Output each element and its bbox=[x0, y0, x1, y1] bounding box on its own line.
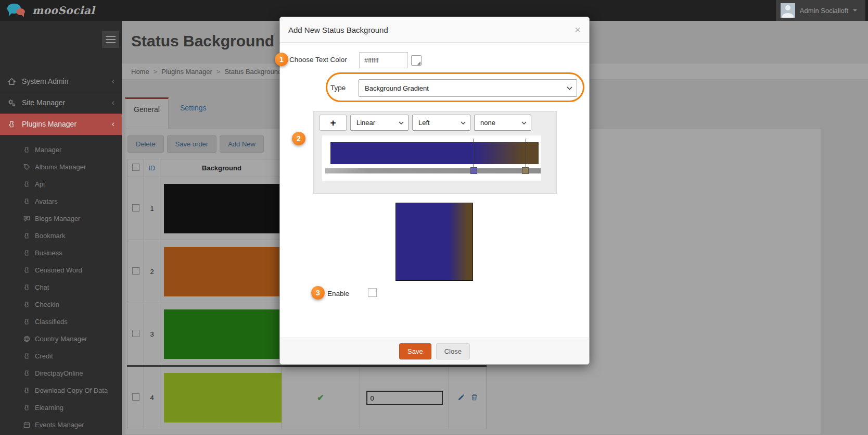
sidebar-subitem-events-manager[interactable]: Events Manager bbox=[0, 416, 122, 433]
modal-footer: Save Close bbox=[280, 338, 589, 364]
sidebar-subitem-label: Events Manager bbox=[35, 421, 84, 429]
puzzle-icon bbox=[23, 301, 31, 308]
sidebar-subitem-label: Checkin bbox=[35, 301, 59, 308]
type-label: Type bbox=[330, 84, 346, 92]
sidebar-item-system-admin[interactable]: System Admin‹ bbox=[0, 71, 122, 92]
chevron-left-icon: ‹ bbox=[112, 120, 114, 128]
select-value: Linear bbox=[356, 119, 375, 127]
chevron-down-icon bbox=[853, 9, 857, 14]
sidebar-subitem-label: Censored Word bbox=[35, 266, 82, 274]
puzzle-icon bbox=[23, 146, 31, 154]
sidebar-subitem-label: Albums Manager bbox=[35, 163, 86, 171]
gradient-select-none[interactable]: none bbox=[474, 115, 531, 131]
sidebar-subitem-label: Elearning bbox=[35, 404, 63, 412]
gradient-strip-area bbox=[322, 135, 541, 181]
chevron-down-icon bbox=[399, 121, 404, 125]
enable-label: Enable bbox=[327, 290, 349, 297]
chevron-left-icon: ‹ bbox=[112, 98, 114, 107]
home-icon bbox=[7, 77, 16, 86]
sidebar-subitem-label: Download Copy Of Data bbox=[35, 387, 108, 394]
puzzle-icon bbox=[23, 197, 31, 205]
add-status-background-modal: Add New Status Background × Choose Text … bbox=[279, 17, 590, 365]
tag-icon bbox=[23, 163, 31, 171]
sidebar-subitem-label: Avatars bbox=[35, 197, 58, 205]
puzzle-icon bbox=[23, 180, 31, 188]
gradient-stop-handle-1[interactable] bbox=[470, 167, 477, 174]
chevron-left-icon: ‹ bbox=[112, 77, 114, 85]
puzzle-icon bbox=[23, 283, 31, 291]
sidebar-item-label: Site Manager bbox=[22, 98, 65, 107]
sidebar-subitem-blogs-manager[interactable]: Blogs Manager bbox=[0, 210, 122, 227]
gradient-preview-square bbox=[395, 203, 473, 281]
sidebar-subitem-avatars[interactable]: Avatars bbox=[0, 193, 122, 210]
sidebar-subitem-label: Classifieds bbox=[35, 318, 68, 326]
text-color-label: Choose Text Color bbox=[289, 56, 347, 64]
sidebar-subitem-label: DirectpayOnline bbox=[35, 369, 83, 377]
sidebar-subitem-api[interactable]: Api bbox=[0, 176, 122, 193]
sidebar-subitem-manager[interactable]: Manager bbox=[0, 141, 122, 158]
puzzle-icon bbox=[23, 318, 31, 326]
close-icon[interactable]: × bbox=[575, 24, 581, 35]
puzzle-icon bbox=[23, 404, 31, 412]
sidebar-nav: System Admin‹Site Manager‹Plugins Manage… bbox=[0, 71, 122, 433]
sidebar-subitem-label: Api bbox=[35, 180, 45, 188]
step-badge-3: 3 bbox=[311, 286, 325, 300]
sidebar-subitem-label: Manager bbox=[35, 146, 61, 154]
sidebar-subitem-albums-manager[interactable]: Albums Manager bbox=[0, 158, 122, 176]
brand-name: mooSocial bbox=[32, 4, 95, 17]
sidebar-subitem-classifieds[interactable]: Classifieds bbox=[0, 313, 122, 330]
puzzle-icon bbox=[23, 387, 31, 394]
sidebar-subitem-label: Blogs Manager bbox=[35, 215, 80, 222]
modal-body: Choose Text Color Type Background Gradie… bbox=[280, 43, 589, 338]
gradient-slider-track[interactable] bbox=[325, 168, 541, 173]
sidebar-item-site-manager[interactable]: Site Manager‹ bbox=[0, 92, 122, 114]
enable-checkbox[interactable] bbox=[368, 288, 377, 297]
puzzle-icon bbox=[23, 369, 31, 377]
sidebar-item-plugins-manager[interactable]: Plugins Manager‹ bbox=[0, 114, 122, 135]
text-color-input[interactable] bbox=[359, 52, 408, 68]
gradient-select-left[interactable]: Left bbox=[412, 115, 470, 131]
sidebar-subitem-chat[interactable]: Chat bbox=[0, 279, 122, 296]
sidebar-item-label: System Admin bbox=[22, 77, 68, 85]
step-badge-1: 1 bbox=[275, 53, 288, 66]
user-menu[interactable]: Admin Socialloft bbox=[776, 0, 865, 21]
gradient-editor: + LinearLeftnone bbox=[313, 111, 557, 194]
sidebar-subitem-checkin[interactable]: Checkin bbox=[0, 296, 122, 313]
globe-icon bbox=[23, 335, 31, 343]
select-value: none bbox=[480, 119, 495, 127]
sidebar-subitem-label: Business bbox=[35, 249, 62, 257]
sidebar-subitem-censored-word[interactable]: Censored Word bbox=[0, 262, 122, 279]
stop-connector-line bbox=[474, 139, 474, 170]
gradient-preview-bar bbox=[330, 142, 539, 164]
speech-bubbles-icon bbox=[7, 3, 27, 17]
sidebar-subitem-credit[interactable]: Credit bbox=[0, 347, 122, 365]
type-select-value: Background Gradient bbox=[365, 84, 429, 92]
brand-logo[interactable]: mooSocial bbox=[7, 3, 95, 17]
type-select[interactable]: Background Gradient bbox=[359, 79, 577, 97]
sidebar-subitem-label: Chat bbox=[35, 283, 49, 291]
sidebar-subitem-country-manager[interactable]: Country Manager bbox=[0, 330, 122, 347]
sidebar: System Admin‹Site Manager‹Plugins Manage… bbox=[0, 21, 122, 435]
chevron-down-icon bbox=[567, 86, 572, 90]
sidebar-subitem-elearning[interactable]: Elearning bbox=[0, 399, 122, 416]
comment-icon bbox=[23, 215, 31, 222]
puzzle-icon bbox=[23, 352, 31, 360]
puzzle-icon bbox=[23, 232, 31, 240]
chevron-down-icon bbox=[461, 121, 466, 125]
sidebar-subitem-directpayonline[interactable]: DirectpayOnline bbox=[0, 365, 122, 382]
gradient-stop-handle-2[interactable] bbox=[522, 167, 529, 174]
user-avatar bbox=[781, 3, 795, 18]
save-button[interactable]: Save bbox=[399, 343, 431, 359]
step-badge-2: 2 bbox=[292, 132, 305, 145]
gears-icon bbox=[7, 98, 16, 107]
sidebar-subitem-download-copy-of-data[interactable]: Download Copy Of Data bbox=[0, 382, 122, 399]
sidebar-subitem-bookmark[interactable]: Bookmark bbox=[0, 227, 122, 244]
menu-toggle-button[interactable] bbox=[102, 31, 119, 48]
color-picker-button[interactable] bbox=[411, 55, 422, 66]
calendar-icon bbox=[23, 421, 31, 429]
close-button[interactable]: Close bbox=[436, 343, 470, 359]
gradient-select-linear[interactable]: Linear bbox=[350, 115, 409, 131]
add-stop-button[interactable]: + bbox=[320, 115, 347, 131]
puzzle-icon bbox=[23, 266, 31, 274]
sidebar-subitem-business[interactable]: Business bbox=[0, 244, 122, 262]
